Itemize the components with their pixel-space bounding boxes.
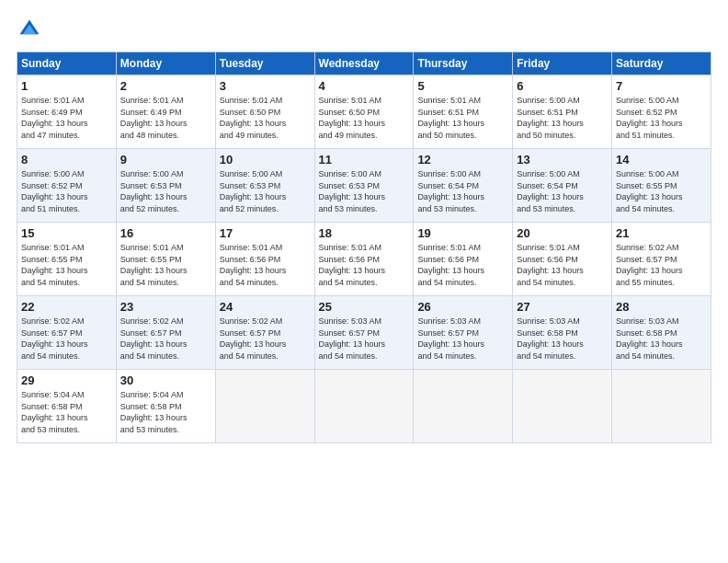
day-info: Sunrise: 5:00 AM Sunset: 6:52 PM Dayligh… bbox=[21, 168, 112, 214]
day-number: 23 bbox=[120, 300, 211, 314]
calendar-cell: 14Sunrise: 5:00 AM Sunset: 6:55 PM Dayli… bbox=[612, 149, 711, 223]
day-info: Sunrise: 5:01 AM Sunset: 6:56 PM Dayligh… bbox=[517, 242, 608, 288]
page: SundayMondayTuesdayWednesdayThursdayFrid… bbox=[0, 0, 728, 563]
calendar-header-friday: Friday bbox=[513, 52, 612, 75]
day-number: 17 bbox=[220, 226, 311, 240]
calendar-cell: 8Sunrise: 5:00 AM Sunset: 6:52 PM Daylig… bbox=[17, 149, 117, 223]
calendar-cell bbox=[215, 370, 314, 443]
calendar-cell: 4Sunrise: 5:01 AM Sunset: 6:50 PM Daylig… bbox=[314, 75, 414, 149]
day-number: 26 bbox=[417, 300, 508, 314]
calendar-header-monday: Monday bbox=[116, 52, 215, 75]
day-number: 5 bbox=[417, 79, 508, 93]
calendar-cell: 11Sunrise: 5:00 AM Sunset: 6:53 PM Dayli… bbox=[314, 149, 414, 223]
calendar-cell: 15Sunrise: 5:01 AM Sunset: 6:55 PM Dayli… bbox=[17, 223, 117, 296]
day-info: Sunrise: 5:00 AM Sunset: 6:53 PM Dayligh… bbox=[120, 168, 211, 214]
day-number: 25 bbox=[319, 300, 410, 314]
day-number: 21 bbox=[616, 226, 707, 240]
day-info: Sunrise: 5:02 AM Sunset: 6:57 PM Dayligh… bbox=[120, 316, 211, 362]
calendar-week-3: 22Sunrise: 5:02 AM Sunset: 6:57 PM Dayli… bbox=[17, 296, 711, 370]
day-info: Sunrise: 5:02 AM Sunset: 6:57 PM Dayligh… bbox=[220, 316, 311, 362]
day-info: Sunrise: 5:04 AM Sunset: 6:58 PM Dayligh… bbox=[21, 389, 112, 435]
day-info: Sunrise: 5:01 AM Sunset: 6:51 PM Dayligh… bbox=[417, 95, 508, 141]
calendar-cell: 25Sunrise: 5:03 AM Sunset: 6:57 PM Dayli… bbox=[314, 296, 414, 370]
calendar-week-2: 15Sunrise: 5:01 AM Sunset: 6:55 PM Dayli… bbox=[17, 223, 711, 296]
day-number: 14 bbox=[616, 153, 707, 167]
day-info: Sunrise: 5:01 AM Sunset: 6:50 PM Dayligh… bbox=[319, 95, 410, 141]
day-info: Sunrise: 5:03 AM Sunset: 6:57 PM Dayligh… bbox=[319, 316, 410, 362]
day-number: 4 bbox=[319, 79, 410, 93]
calendar-cell: 13Sunrise: 5:00 AM Sunset: 6:54 PM Dayli… bbox=[513, 149, 612, 223]
calendar-week-1: 8Sunrise: 5:00 AM Sunset: 6:52 PM Daylig… bbox=[17, 149, 711, 223]
day-info: Sunrise: 5:03 AM Sunset: 6:58 PM Dayligh… bbox=[517, 316, 608, 362]
calendar-cell bbox=[414, 370, 513, 443]
day-info: Sunrise: 5:01 AM Sunset: 6:56 PM Dayligh… bbox=[220, 242, 311, 288]
calendar-cell bbox=[612, 370, 711, 443]
day-number: 11 bbox=[319, 153, 410, 167]
logo-icon bbox=[17, 17, 42, 42]
day-number: 6 bbox=[517, 79, 608, 93]
day-number: 1 bbox=[21, 79, 112, 93]
day-info: Sunrise: 5:00 AM Sunset: 6:54 PM Dayligh… bbox=[417, 168, 508, 214]
day-number: 13 bbox=[517, 153, 608, 167]
calendar-cell: 10Sunrise: 5:00 AM Sunset: 6:53 PM Dayli… bbox=[215, 149, 314, 223]
calendar-header-sunday: Sunday bbox=[17, 52, 117, 75]
calendar-cell: 1Sunrise: 5:01 AM Sunset: 6:49 PM Daylig… bbox=[17, 75, 117, 149]
day-info: Sunrise: 5:01 AM Sunset: 6:49 PM Dayligh… bbox=[21, 95, 112, 141]
day-number: 8 bbox=[21, 153, 112, 167]
day-number: 10 bbox=[220, 153, 311, 167]
calendar-cell: 27Sunrise: 5:03 AM Sunset: 6:58 PM Dayli… bbox=[513, 296, 612, 370]
day-info: Sunrise: 5:00 AM Sunset: 6:53 PM Dayligh… bbox=[220, 168, 311, 214]
day-info: Sunrise: 5:00 AM Sunset: 6:52 PM Dayligh… bbox=[616, 95, 707, 141]
calendar-cell: 2Sunrise: 5:01 AM Sunset: 6:49 PM Daylig… bbox=[116, 75, 215, 149]
day-number: 16 bbox=[120, 226, 211, 240]
calendar-cell bbox=[314, 370, 414, 443]
calendar-cell: 18Sunrise: 5:01 AM Sunset: 6:56 PM Dayli… bbox=[314, 223, 414, 296]
calendar-week-0: 1Sunrise: 5:01 AM Sunset: 6:49 PM Daylig… bbox=[17, 75, 711, 149]
day-info: Sunrise: 5:00 AM Sunset: 6:54 PM Dayligh… bbox=[517, 168, 608, 214]
calendar: SundayMondayTuesdayWednesdayThursdayFrid… bbox=[17, 52, 711, 443]
calendar-cell: 29Sunrise: 5:04 AM Sunset: 6:58 PM Dayli… bbox=[17, 370, 117, 443]
day-number: 7 bbox=[616, 79, 707, 93]
day-number: 15 bbox=[21, 226, 112, 240]
day-number: 3 bbox=[220, 79, 311, 93]
day-number: 29 bbox=[21, 373, 112, 387]
calendar-cell: 6Sunrise: 5:00 AM Sunset: 6:51 PM Daylig… bbox=[513, 75, 612, 149]
calendar-cell: 22Sunrise: 5:02 AM Sunset: 6:57 PM Dayli… bbox=[17, 296, 117, 370]
calendar-week-4: 29Sunrise: 5:04 AM Sunset: 6:58 PM Dayli… bbox=[17, 370, 711, 443]
calendar-header-saturday: Saturday bbox=[612, 52, 711, 75]
day-number: 12 bbox=[417, 153, 508, 167]
calendar-header-row: SundayMondayTuesdayWednesdayThursdayFrid… bbox=[17, 52, 711, 75]
calendar-header-wednesday: Wednesday bbox=[314, 52, 414, 75]
calendar-cell: 16Sunrise: 5:01 AM Sunset: 6:55 PM Dayli… bbox=[116, 223, 215, 296]
calendar-cell: 21Sunrise: 5:02 AM Sunset: 6:57 PM Dayli… bbox=[612, 223, 711, 296]
calendar-cell: 26Sunrise: 5:03 AM Sunset: 6:57 PM Dayli… bbox=[414, 296, 513, 370]
logo bbox=[17, 17, 46, 42]
day-number: 19 bbox=[417, 226, 508, 240]
day-number: 20 bbox=[517, 226, 608, 240]
day-info: Sunrise: 5:01 AM Sunset: 6:49 PM Dayligh… bbox=[120, 95, 211, 141]
calendar-cell bbox=[513, 370, 612, 443]
day-number: 24 bbox=[220, 300, 311, 314]
day-info: Sunrise: 5:01 AM Sunset: 6:56 PM Dayligh… bbox=[417, 242, 508, 288]
day-info: Sunrise: 5:02 AM Sunset: 6:57 PM Dayligh… bbox=[616, 242, 707, 288]
day-number: 9 bbox=[120, 153, 211, 167]
calendar-cell: 17Sunrise: 5:01 AM Sunset: 6:56 PM Dayli… bbox=[215, 223, 314, 296]
day-number: 2 bbox=[120, 79, 211, 93]
day-info: Sunrise: 5:03 AM Sunset: 6:57 PM Dayligh… bbox=[417, 316, 508, 362]
calendar-header-thursday: Thursday bbox=[414, 52, 513, 75]
calendar-cell: 12Sunrise: 5:00 AM Sunset: 6:54 PM Dayli… bbox=[414, 149, 513, 223]
header bbox=[17, 17, 711, 42]
calendar-cell: 9Sunrise: 5:00 AM Sunset: 6:53 PM Daylig… bbox=[116, 149, 215, 223]
day-info: Sunrise: 5:02 AM Sunset: 6:57 PM Dayligh… bbox=[21, 316, 112, 362]
day-info: Sunrise: 5:01 AM Sunset: 6:55 PM Dayligh… bbox=[120, 242, 211, 288]
day-info: Sunrise: 5:01 AM Sunset: 6:50 PM Dayligh… bbox=[220, 95, 311, 141]
calendar-cell: 20Sunrise: 5:01 AM Sunset: 6:56 PM Dayli… bbox=[513, 223, 612, 296]
day-info: Sunrise: 5:00 AM Sunset: 6:55 PM Dayligh… bbox=[616, 168, 707, 214]
calendar-cell: 23Sunrise: 5:02 AM Sunset: 6:57 PM Dayli… bbox=[116, 296, 215, 370]
calendar-cell: 28Sunrise: 5:03 AM Sunset: 6:58 PM Dayli… bbox=[612, 296, 711, 370]
day-info: Sunrise: 5:03 AM Sunset: 6:58 PM Dayligh… bbox=[616, 316, 707, 362]
calendar-cell: 24Sunrise: 5:02 AM Sunset: 6:57 PM Dayli… bbox=[215, 296, 314, 370]
day-number: 28 bbox=[616, 300, 707, 314]
calendar-cell: 7Sunrise: 5:00 AM Sunset: 6:52 PM Daylig… bbox=[612, 75, 711, 149]
calendar-cell: 3Sunrise: 5:01 AM Sunset: 6:50 PM Daylig… bbox=[215, 75, 314, 149]
